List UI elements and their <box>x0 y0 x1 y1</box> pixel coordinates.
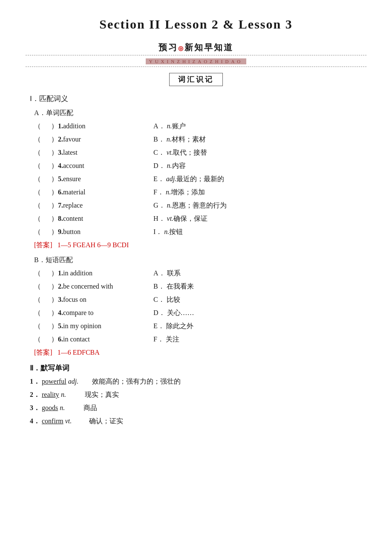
partB-answer-line: [答案] 1—6 EDFCBA <box>34 348 366 357</box>
partB-left-item: （ ）1.in addition <box>34 269 153 278</box>
preview-title: 预习◎新知早知道 <box>26 42 366 53</box>
partB-left-item: （ ）6.in contact <box>34 335 153 344</box>
partB-answer: 1—6 EDFCBA <box>58 349 100 356</box>
partA-item: （ ）1.additionA． n.账户 <box>26 122 366 131</box>
partB-left-item: （ ）4.compare to <box>34 309 153 318</box>
partA-item: （ ）9.buttonI． n.按钮 <box>26 228 366 237</box>
partA-right-item: A． n.账户 <box>153 122 186 131</box>
partA-right-item: B． n.材料；素材 <box>153 135 206 144</box>
partA-item: （ ）3.latestC． vt.取代；接替 <box>26 148 366 157</box>
partA-item: （ ）5.ensureE． adj.最近的；最新的 <box>26 175 366 184</box>
partA-right-item: F． n.增添；添加 <box>153 188 205 197</box>
partB-item: （ ）3.focus onC． 比较 <box>26 295 366 304</box>
dict-num: 3． <box>30 404 40 413</box>
dict-pos: vt. <box>65 417 82 425</box>
partA-right-item: I． n.按钮 <box>153 228 183 237</box>
page-title: Section II Lesson 2 & Lesson 3 <box>26 17 366 32</box>
partA-item: （ ）2.favourB． n.材料；素材 <box>26 135 366 144</box>
partA-left-item: （ ）8.content <box>34 214 153 223</box>
partA-answer-line: [答案] 1—5 FGEAH 6—9 BCDI <box>34 241 366 250</box>
preview-pinyin: YUXINZHIZAOZHIDAO <box>146 58 247 64</box>
partB-right-item: B． 在我看来 <box>153 282 194 291</box>
partA-left-item: （ ）9.button <box>34 228 153 237</box>
dict-num: 2． <box>30 390 40 399</box>
dict-num: 4． <box>30 417 40 426</box>
dict-num: 1． <box>30 377 40 386</box>
partB-list: （ ）1.in additionA． 联系（ ）2.be concerned w… <box>26 269 366 344</box>
dashed-divider-top <box>26 55 366 55</box>
dict-pos: n. <box>60 404 77 412</box>
partB-left-item: （ ）2.be concerned with <box>34 282 153 291</box>
partA-left-item: （ ）3.latest <box>34 148 153 157</box>
partB-right-item: E． 除此之外 <box>153 322 193 331</box>
dict-word: goods <box>42 404 58 412</box>
dashed-divider-bottom <box>26 66 366 67</box>
dictation-list: 1．powerfuladj.效能高的；强有力的；强壮的2．realityn.现实… <box>26 377 366 426</box>
partA-left-item: （ ）6.material <box>34 188 153 197</box>
partA-item: （ ）7.replaceG． n.恩惠；善意的行为 <box>26 201 366 210</box>
partA-left-item: （ ）2.favour <box>34 135 153 144</box>
partB-answer-label: [答案] <box>34 349 52 356</box>
dict-meaning: 商品 <box>84 404 97 413</box>
partA-item: （ ）4.accountD． n.内容 <box>26 162 366 171</box>
preview-subtitle-text: 新知早知道 <box>184 43 233 52</box>
dict-word: reality <box>42 391 59 399</box>
section1-label: Ⅰ．匹配词义 <box>26 94 366 104</box>
partB-right-item: F． 关注 <box>153 335 179 344</box>
partA-item: （ ）8.contentH． vt.确保，保证 <box>26 214 366 223</box>
partB-left-item: （ ）3.focus on <box>34 295 153 304</box>
section2-label: Ⅱ．默写单词 <box>26 363 366 373</box>
vocab-box-label: 词汇识记 <box>169 73 223 86</box>
partB-item: （ ）5.in my opinionE． 除此之外 <box>26 322 366 331</box>
partA-list: （ ）1.additionA． n.账户（ ）2.favourB． n.材料；素… <box>26 122 366 237</box>
partA-right-item: E． adj.最近的；最新的 <box>153 175 224 184</box>
partA-right-item: H． vt.确保，保证 <box>153 214 208 223</box>
partB-label: B．短语匹配 <box>26 256 366 265</box>
preview-banner: 预习◎新知早知道 YUXINZHIZAOZHIDAO <box>26 42 366 67</box>
dict-item: 2．realityn.现实；真实 <box>26 390 366 399</box>
preview-bullet: ◎ <box>178 45 184 52</box>
dict-word: confirm <box>42 417 63 425</box>
vocab-box: 词汇识记 <box>26 73 366 86</box>
partB-right-item: D． 关心…… <box>153 309 194 318</box>
partA-left-item: （ ）7.replace <box>34 201 153 210</box>
partA-right-item: C． vt.取代；接替 <box>153 148 207 157</box>
partA-answer-label: [答案] <box>34 241 52 249</box>
preview-label: 预习 <box>159 43 178 52</box>
partB-right-item: A． 联系 <box>153 269 181 278</box>
partB-item: （ ）2.be concerned withB． 在我看来 <box>26 282 366 291</box>
partB-item: （ ）6.in contactF． 关注 <box>26 335 366 344</box>
partB-item: （ ）1.in additionA． 联系 <box>26 269 366 278</box>
dict-word: powerful <box>42 378 66 385</box>
dict-meaning: 现实；真实 <box>85 390 119 399</box>
dict-item: 4．confirmvt.确认；证实 <box>26 417 366 426</box>
partA-left-item: （ ）5.ensure <box>34 175 153 184</box>
dict-item: 3．goodsn.商品 <box>26 404 366 413</box>
partA-item: （ ）6.materialF． n.增添；添加 <box>26 188 366 197</box>
partA-answer: 1—5 FGEAH 6—9 BCDI <box>58 241 129 249</box>
partA-left-item: （ ）1.addition <box>34 122 153 131</box>
partB-right-item: C． 比较 <box>153 295 180 304</box>
dict-item: 1．powerfuladj.效能高的；强有力的；强壮的 <box>26 377 366 386</box>
partA-right-item: D． n.内容 <box>153 162 186 171</box>
dict-meaning: 效能高的；强有力的；强壮的 <box>92 377 181 386</box>
partB-item: （ ）4.compare toD． 关心…… <box>26 309 366 318</box>
partA-label: A．单词匹配 <box>26 109 366 118</box>
dict-meaning: 确认；证实 <box>89 417 123 426</box>
dict-pos: n. <box>61 391 78 399</box>
partA-right-item: G． n.恩惠；善意的行为 <box>153 201 227 210</box>
partA-left-item: （ ）4.account <box>34 162 153 171</box>
dict-pos: adj. <box>68 378 85 385</box>
partB-left-item: （ ）5.in my opinion <box>34 322 153 331</box>
